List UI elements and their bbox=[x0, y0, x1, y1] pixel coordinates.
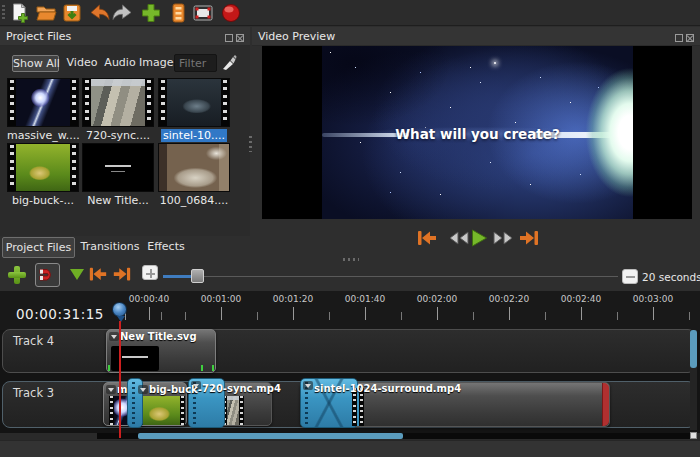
video-preview-window-icons bbox=[672, 32, 694, 45]
clip-label: big-buck- bbox=[149, 384, 202, 395]
fast-forward-button[interactable] bbox=[492, 228, 514, 248]
save-project-button[interactable] bbox=[61, 2, 83, 24]
file-item-big-buck[interactable]: big-buck-... bbox=[7, 143, 79, 207]
add-marker-icon bbox=[70, 269, 84, 280]
zoom-slider-fill bbox=[163, 275, 193, 278]
export-video-icon bbox=[220, 2, 242, 24]
file-item-100-0684[interactable]: 100_0684.... bbox=[158, 143, 230, 207]
file-thumbnail bbox=[82, 78, 154, 127]
import-files-icon bbox=[140, 2, 162, 24]
timeline-ruler[interactable]: 00:00:31:15 00:00:40 00:01:00 00:01:20 0… bbox=[0, 291, 700, 330]
toolbar-drag-handle[interactable] bbox=[2, 5, 5, 21]
track-name: Track 4 bbox=[13, 334, 54, 348]
choose-profile-button[interactable] bbox=[167, 2, 189, 24]
clip-menu-chevron-icon[interactable] bbox=[109, 332, 119, 341]
tab-transitions[interactable]: Transitions bbox=[79, 237, 141, 258]
timeline-jump-end-icon bbox=[112, 265, 132, 283]
file-name: 100_0684.... bbox=[158, 194, 230, 207]
video-preview-panel: What will you create? bbox=[252, 46, 700, 258]
export-video-button[interactable] bbox=[220, 2, 242, 24]
file-thumbnail bbox=[7, 78, 79, 127]
add-marker-button[interactable] bbox=[70, 269, 84, 280]
undo-icon bbox=[88, 2, 110, 24]
clip-menu-chevron-icon[interactable] bbox=[138, 385, 148, 394]
clip-label: New Title.svg bbox=[120, 331, 197, 342]
file-item-sintel[interactable]: sintel-10.... bbox=[158, 78, 230, 142]
video-screen: What will you create? bbox=[262, 46, 692, 219]
timeline-jump-start-button[interactable] bbox=[88, 265, 108, 283]
file-name-selected: sintel-10.... bbox=[158, 129, 230, 142]
star bbox=[494, 62, 496, 64]
track-name: Track 3 bbox=[13, 386, 54, 400]
float-panel-icon[interactable] bbox=[225, 34, 233, 42]
new-project-button[interactable] bbox=[9, 2, 31, 24]
filter-input[interactable] bbox=[174, 54, 217, 72]
tab-effects[interactable]: Effects bbox=[144, 237, 188, 258]
main-toolbar bbox=[0, 0, 700, 26]
file-name: big-buck-... bbox=[7, 194, 79, 207]
clip-right-trim-handle[interactable] bbox=[602, 383, 609, 426]
file-item-720-sync[interactable]: 720-sync.... bbox=[82, 78, 154, 142]
ruler-mark: 00:02:40 bbox=[551, 294, 611, 304]
dock-tabs-strip: Project Files Transitions Effects bbox=[0, 236, 250, 261]
project-files-title: Project Files bbox=[6, 30, 71, 43]
import-files-button[interactable] bbox=[140, 2, 162, 24]
ruler-mark: 00:01:40 bbox=[335, 294, 395, 304]
add-track-icon bbox=[8, 266, 26, 284]
clip-thumbnail bbox=[138, 396, 185, 425]
file-name: New Title... bbox=[82, 194, 154, 207]
zoom-slider-track[interactable] bbox=[163, 276, 618, 277]
video-preview-titlebar: Video Preview bbox=[252, 27, 700, 46]
undo-button[interactable] bbox=[88, 2, 110, 24]
filter-tab-image[interactable]: Image bbox=[139, 55, 173, 72]
clear-filter-brush-icon[interactable] bbox=[221, 53, 237, 71]
close-panel-icon[interactable] bbox=[686, 34, 694, 42]
ruler-mark: 00:01:00 bbox=[191, 294, 251, 304]
open-project-button[interactable] bbox=[35, 2, 57, 24]
playhead[interactable] bbox=[112, 302, 127, 317]
clip-menu-chevron-icon[interactable] bbox=[106, 385, 116, 394]
playback-controls bbox=[252, 226, 700, 250]
video-preview-title: Video Preview bbox=[258, 30, 335, 43]
current-time: 00:00:31:15 bbox=[16, 306, 104, 322]
center-on-playhead-button[interactable] bbox=[142, 265, 158, 280]
status-bar bbox=[0, 440, 700, 457]
playhead-line bbox=[119, 321, 121, 438]
timeline-hscrollbar-thumb[interactable] bbox=[138, 433, 403, 439]
add-track-button[interactable] bbox=[8, 266, 26, 284]
video-frame: What will you create? bbox=[322, 46, 633, 219]
jump-to-start-button[interactable] bbox=[416, 228, 438, 248]
redo-button[interactable] bbox=[112, 2, 134, 24]
tab-project-files[interactable]: Project Files bbox=[2, 237, 75, 258]
file-item-new-title[interactable]: New Title... bbox=[82, 143, 154, 207]
filter-tab-video[interactable]: Video bbox=[65, 55, 99, 72]
choose-profile-icon bbox=[167, 2, 189, 24]
filter-tab-audio[interactable]: Audio bbox=[103, 55, 137, 72]
video-overlay-text: What will you create? bbox=[322, 126, 633, 142]
stars bbox=[330, 52, 331, 53]
zoom-scale-button[interactable] bbox=[622, 269, 638, 284]
jump-to-end-button[interactable] bbox=[518, 228, 540, 248]
zoom-slider-handle[interactable] bbox=[191, 269, 204, 283]
project-files-window-icons bbox=[222, 32, 244, 45]
clip-thumbnail bbox=[222, 396, 244, 425]
snapping-button[interactable] bbox=[35, 263, 60, 287]
tracks-vertical-scrollbar-thumb[interactable] bbox=[690, 330, 697, 368]
timeline-hscrollbar-end[interactable] bbox=[690, 432, 697, 439]
timeline-jump-start-icon bbox=[88, 265, 108, 283]
float-panel-icon[interactable] bbox=[675, 34, 683, 42]
clip-new-title[interactable]: New Title.svg bbox=[106, 329, 216, 373]
close-panel-icon[interactable] bbox=[236, 34, 244, 42]
ruler-mark: 00:03:00 bbox=[623, 294, 683, 304]
redo-icon bbox=[112, 2, 134, 24]
play-button[interactable] bbox=[467, 228, 490, 248]
save-project-icon bbox=[61, 2, 83, 24]
clip-menu-chevron-icon[interactable] bbox=[303, 381, 313, 390]
filter-tab-show-all[interactable]: Show All bbox=[12, 55, 59, 72]
file-item-massive[interactable]: massive_w.... bbox=[7, 78, 79, 142]
clip-label: 720-sync.mp4 bbox=[202, 383, 281, 394]
fullscreen-button[interactable] bbox=[192, 2, 214, 24]
timeline-jump-end-button[interactable] bbox=[112, 265, 132, 283]
file-thumbnail bbox=[7, 143, 79, 192]
zoom-level-label: 20 seconds bbox=[642, 271, 700, 283]
